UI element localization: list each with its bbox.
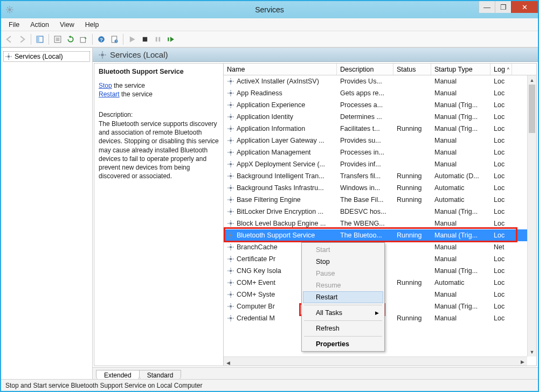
service-row[interactable]: Application ExperienceProcesses a...Manu… <box>224 99 527 111</box>
description-pane: Bluetooth Support Service Stop the servi… <box>94 64 224 366</box>
svg-rect-24 <box>168 37 169 41</box>
svg-point-75 <box>230 175 232 178</box>
close-button[interactable]: ✕ <box>511 1 538 13</box>
gear-icon <box>98 51 107 59</box>
svg-rect-15 <box>80 37 85 42</box>
ctx-all-tasks[interactable]: All Tasks▶ <box>303 307 383 319</box>
start-service-button[interactable] <box>126 33 138 45</box>
menu-view[interactable]: View <box>54 20 80 30</box>
scroll-left-button[interactable]: ◀ <box>224 359 233 366</box>
service-row[interactable]: Background Intelligent Tran...Transfers … <box>224 170 527 182</box>
restart-service-link[interactable]: Restart <box>99 90 120 98</box>
svg-line-7 <box>7 11 8 12</box>
console-tree: Services (Local) <box>1 48 93 379</box>
col-log-on-as[interactable]: Log^ <box>490 64 512 75</box>
tab-extended[interactable]: Extended <box>96 370 140 379</box>
ctx-stop[interactable]: Stop <box>303 256 383 268</box>
svg-point-35 <box>230 80 232 83</box>
forward-button[interactable] <box>16 33 28 45</box>
service-row[interactable]: Block Level Backup Engine ...The WBENG..… <box>224 218 527 229</box>
svg-point-0 <box>8 8 11 11</box>
restart-service-button[interactable] <box>165 33 177 45</box>
svg-point-105 <box>230 246 232 249</box>
menu-action[interactable]: Action <box>25 20 54 30</box>
description-text: The Bluetooth service supports discovery… <box>99 120 219 180</box>
svg-line-6 <box>11 11 12 12</box>
content-header-title: Services (Local) <box>110 50 168 59</box>
svg-point-45 <box>230 104 232 107</box>
service-row[interactable]: AppX Deployment Service (...Provides inf… <box>224 158 527 170</box>
svg-point-60 <box>230 139 232 142</box>
svg-rect-23 <box>158 37 160 41</box>
help-topics-button[interactable]: ? <box>108 33 120 45</box>
ctx-properties[interactable]: Properties <box>303 338 383 350</box>
svg-point-50 <box>230 116 232 118</box>
service-row[interactable]: Base Filtering EngineThe Base Fil...Runn… <box>224 194 527 206</box>
back-button[interactable] <box>3 33 15 45</box>
svg-rect-21 <box>143 37 147 41</box>
list-header: Name Description Status Startup Type Log… <box>224 64 536 75</box>
service-row[interactable]: App ReadinessGets apps re...ManualLoc <box>224 87 527 99</box>
selected-service-name: Bluetooth Support Service <box>99 68 219 75</box>
svg-point-120 <box>230 282 232 284</box>
context-menu: Start Stop Pause Resume Restart All Task… <box>301 242 385 352</box>
ctx-pause: Pause <box>303 268 383 279</box>
maximize-button[interactable]: ❐ <box>495 1 511 13</box>
properties-button[interactable] <box>52 33 64 45</box>
vertical-scrollbar[interactable]: ▲ ▼ <box>527 75 536 356</box>
scroll-right-button[interactable]: ▶ <box>518 357 527 366</box>
svg-point-100 <box>230 234 232 237</box>
col-status[interactable]: Status <box>393 64 431 75</box>
svg-point-80 <box>230 187 232 190</box>
stop-service-link[interactable]: Stop <box>99 82 112 89</box>
tabs-strip: Extended Standard <box>93 367 538 379</box>
tree-item-label: Services (Local) <box>15 53 63 60</box>
gear-icon <box>5 53 12 60</box>
submenu-arrow-icon: ▶ <box>375 310 379 316</box>
scroll-down-button[interactable]: ▼ <box>528 347 536 356</box>
ctx-resume: Resume <box>303 279 383 291</box>
svg-point-130 <box>230 305 232 308</box>
col-description[interactable]: Description <box>337 64 393 75</box>
scroll-up-button[interactable]: ▲ <box>528 75 536 85</box>
menubar: File Action View Help <box>1 18 538 31</box>
minimize-button[interactable]: — <box>479 1 495 13</box>
refresh-button[interactable] <box>65 33 77 45</box>
statusbar: Stop and Start service Bluetooth Support… <box>1 379 538 391</box>
ctx-restart[interactable]: Restart <box>303 291 383 303</box>
tab-standard[interactable]: Standard <box>139 370 182 379</box>
horizontal-scrollbar[interactable]: ◀ ▶ <box>224 356 527 366</box>
service-row[interactable]: Application InformationFacilitates t...R… <box>224 123 527 135</box>
service-row[interactable]: Bluetooth Support ServiceThe Bluetoo...R… <box>224 229 527 241</box>
service-row[interactable]: Application IdentityDetermines ...Manual… <box>224 111 527 123</box>
service-row[interactable]: ActiveX Installer (AxInstSV)Provides Us.… <box>224 75 527 87</box>
col-startup-type[interactable]: Startup Type <box>431 64 490 75</box>
svg-line-5 <box>7 7 8 8</box>
svg-point-25 <box>8 55 10 58</box>
menu-help[interactable]: Help <box>80 20 105 30</box>
toolbar: ? ? <box>1 31 538 47</box>
export-list-button[interactable] <box>78 33 89 45</box>
svg-point-65 <box>230 151 232 154</box>
content-header: Services (Local) <box>93 48 538 62</box>
service-row[interactable]: Background Tasks Infrastru...Windows in.… <box>224 182 527 194</box>
stop-service-button[interactable] <box>139 33 151 45</box>
col-name[interactable]: Name <box>224 64 337 75</box>
svg-text:?: ? <box>115 40 117 43</box>
service-row[interactable]: Application ManagementProcesses in...Man… <box>224 146 527 158</box>
menu-file[interactable]: File <box>3 20 25 30</box>
tree-item-services-local[interactable]: Services (Local) <box>3 51 90 62</box>
services-app-icon <box>5 5 14 14</box>
svg-point-30 <box>101 53 103 56</box>
show-hide-console-tree-button[interactable] <box>34 33 46 45</box>
service-row[interactable]: BitLocker Drive Encryption ...BDESVC hos… <box>224 206 527 218</box>
svg-point-115 <box>230 270 232 272</box>
pause-service-button[interactable] <box>152 33 164 45</box>
scroll-thumb[interactable] <box>529 85 535 133</box>
svg-point-110 <box>230 258 232 261</box>
description-label: Description: <box>99 111 219 118</box>
service-row[interactable]: Application Layer Gateway ...Provides su… <box>224 135 527 146</box>
help-button[interactable]: ? <box>95 33 107 45</box>
ctx-refresh[interactable]: Refresh <box>303 323 383 334</box>
svg-point-40 <box>230 92 232 95</box>
